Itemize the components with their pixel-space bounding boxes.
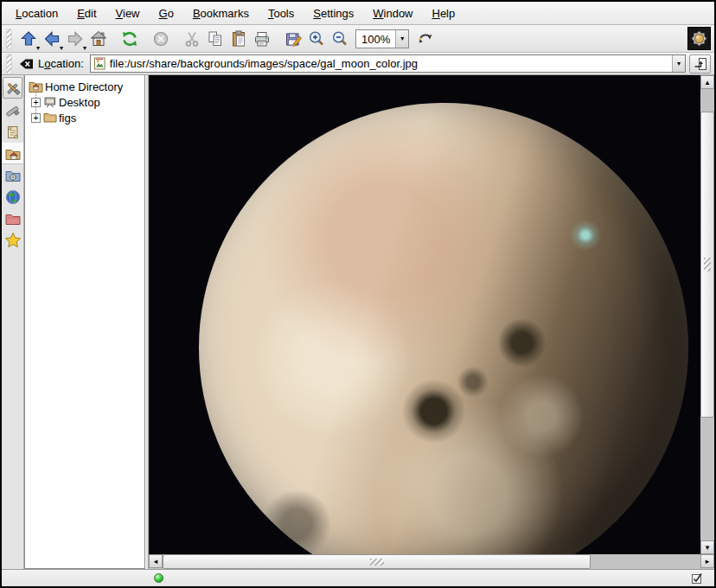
tree-expander-plus[interactable]: + — [31, 113, 41, 123]
thumb-grip — [704, 258, 711, 272]
bookmarks-star-icon — [4, 232, 22, 249]
horizontal-scrollbar: ◂ ▸ — [149, 554, 714, 569]
folder-icon — [42, 112, 57, 124]
status-led-icon — [154, 573, 163, 583]
toolbar-drag-handle[interactable] — [6, 29, 12, 49]
main-toolbar: ▾ ▾ ▾ — [2, 25, 714, 53]
copy-icon — [206, 29, 225, 48]
forward-arrow-icon — [66, 29, 85, 48]
paste-icon — [229, 29, 248, 48]
location-combo-arrow[interactable]: ▾ — [672, 55, 685, 72]
menu-settings[interactable]: Settings — [304, 7, 363, 20]
sidebar-tabstrip — [2, 75, 24, 569]
menubar: Location Edit View Go Bookmarks Tools Se… — [2, 2, 714, 25]
save-as-button[interactable] — [281, 27, 304, 50]
sidebar-tab-tool[interactable] — [2, 99, 23, 121]
tree-item-home-directory[interactable]: Home Directory — [25, 79, 144, 94]
zoom-out-button[interactable] — [328, 27, 351, 50]
tree-item-figs[interactable]: + figs — [25, 110, 144, 125]
zoom-out-icon — [330, 29, 349, 48]
clear-location-button[interactable] — [16, 54, 35, 74]
clear-location-icon — [18, 57, 34, 71]
moon-image — [199, 103, 688, 554]
tree-item-label: Home Directory — [43, 80, 123, 93]
vertical-scroll-thumb[interactable] — [700, 112, 714, 418]
menu-help[interactable]: Help — [423, 7, 465, 20]
go-button[interactable] — [689, 54, 711, 74]
tree-item-desktop[interactable]: + Desktop — [25, 94, 144, 110]
menu-view[interactable]: View — [106, 7, 150, 20]
back-arrow-icon — [42, 29, 61, 48]
menu-location[interactable]: Location — [6, 7, 67, 20]
home-button[interactable] — [86, 27, 110, 50]
scroll-right-button[interactable]: ▸ — [700, 554, 714, 568]
zoom-value: 100% — [356, 30, 395, 48]
go-icon — [694, 57, 707, 71]
paste-button[interactable] — [227, 27, 250, 50]
location-combobox: ▾ — [90, 54, 686, 73]
sidebar-configure-button[interactable] — [3, 77, 22, 99]
horizontal-track[interactable] — [591, 554, 700, 569]
menu-edit[interactable]: Edit — [67, 7, 105, 20]
desktop-icon — [42, 96, 57, 109]
vertical-scrollbar: ▴ ▾ — [700, 75, 714, 554]
scissors-icon — [182, 29, 201, 48]
services-folder-icon — [4, 167, 22, 184]
sidebar-tab-network[interactable] — [2, 186, 23, 208]
stop-icon — [151, 29, 170, 48]
menu-tools[interactable]: Tools — [259, 7, 304, 20]
scroll-left-button[interactable]: ◂ — [149, 554, 163, 568]
vertical-track[interactable] — [700, 89, 714, 112]
active-view-indicator[interactable] — [691, 572, 703, 585]
konqueror-window: Location Edit View Go Bookmarks Tools Se… — [0, 0, 716, 588]
zoom-in-button[interactable] — [304, 27, 328, 50]
location-toolbar: Location: ▾ — [2, 53, 714, 75]
menu-go[interactable]: Go — [150, 7, 183, 20]
tools-icon — [4, 80, 22, 97]
home-icon — [89, 29, 108, 48]
up-button[interactable]: ▾ — [16, 27, 40, 50]
scroll-down-button[interactable]: ▾ — [700, 540, 714, 554]
gray-tool-icon — [4, 102, 22, 119]
rotate-button[interactable] — [413, 27, 437, 50]
network-globe-icon — [4, 189, 22, 206]
jpeg-image-icon — [91, 55, 108, 72]
sidebar-tab-home-folder[interactable] — [2, 143, 23, 164]
zoom-combo-arrow[interactable]: ▾ — [395, 30, 408, 48]
sidebar-tab-history[interactable] — [2, 121, 23, 143]
stop-button[interactable] — [149, 27, 172, 50]
menu-bookmarks[interactable]: Bookmarks — [183, 7, 259, 20]
scroll-up-button[interactable]: ▴ — [700, 75, 714, 89]
forward-button[interactable]: ▾ — [63, 27, 86, 50]
copy-button[interactable] — [203, 27, 227, 50]
cut-button[interactable] — [180, 27, 203, 50]
back-button[interactable]: ▾ — [40, 27, 63, 50]
tree-expander-plus[interactable]: + — [31, 98, 41, 107]
zoom-in-icon — [307, 29, 326, 48]
location-input[interactable] — [108, 55, 672, 72]
sidebar-tab-services[interactable] — [2, 164, 23, 186]
tree-item-label: Desktop — [57, 96, 100, 109]
reload-icon — [120, 29, 139, 48]
kde-gear-logo-icon — [687, 27, 711, 50]
vertical-track[interactable] — [700, 418, 714, 540]
menu-window[interactable]: Window — [363, 7, 422, 20]
reload-button[interactable] — [118, 27, 141, 50]
print-button[interactable] — [250, 27, 273, 50]
locationbar-drag-handle[interactable] — [6, 54, 12, 74]
up-arrow-icon — [19, 29, 38, 48]
rotate-icon — [416, 29, 435, 48]
folder-tree-panel: Home Directory + Desktop + — [24, 75, 145, 569]
zoom-combobox[interactable]: 100% ▾ — [355, 29, 409, 48]
horizontal-scroll-thumb[interactable] — [163, 554, 591, 569]
image-viewport — [149, 75, 700, 554]
sidebar-tab-bookmarks[interactable] — [2, 229, 23, 251]
sidebar-tab-root-folder[interactable] — [2, 208, 23, 229]
statusbar — [2, 569, 714, 586]
location-label: Location: — [38, 57, 84, 70]
checkbox-check-icon — [691, 572, 703, 585]
history-scroll-icon — [4, 124, 22, 141]
main-area: Home Directory + Desktop + — [2, 75, 714, 569]
view-column: ▴ ▾ ◂ ▸ — [149, 75, 714, 569]
open-home-folder-icon — [29, 80, 43, 93]
